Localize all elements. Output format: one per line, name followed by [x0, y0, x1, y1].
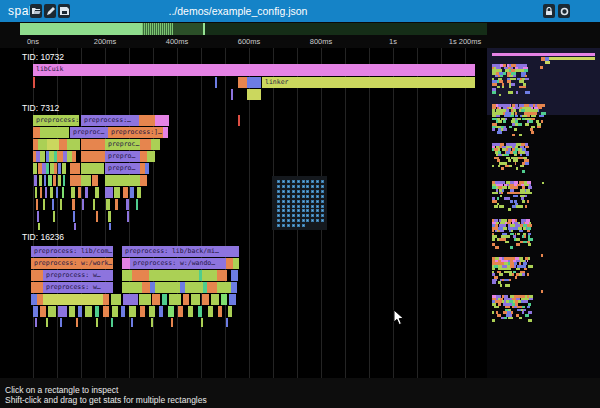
flame-rect[interactable] — [168, 306, 174, 317]
flame-rect[interactable] — [123, 187, 128, 198]
timeline-ruler[interactable]: 0ns200ms400ms600ms800ms1s1s 200ms — [0, 36, 600, 48]
flame-rect[interactable] — [46, 318, 48, 327]
flame-rect[interactable] — [208, 306, 213, 317]
flame-rect[interactable] — [142, 282, 150, 293]
flame-rect[interactable] — [185, 282, 203, 293]
flame-rect[interactable] — [44, 175, 46, 186]
flame-rect[interactable] — [115, 199, 118, 210]
flame-rect[interactable]: preprocess:… — [33, 115, 79, 126]
flame-rect[interactable] — [188, 306, 193, 317]
flame-rect[interactable] — [56, 187, 58, 198]
flame-rect[interactable] — [67, 139, 80, 150]
flame-rect[interactable]: preprocess: lib/back/mi… — [122, 246, 239, 257]
flame-rect[interactable] — [171, 318, 173, 327]
flame-rect[interactable] — [72, 151, 76, 162]
flame-rect[interactable] — [37, 211, 39, 222]
flame-rect[interactable]: prepro… — [105, 151, 140, 162]
flame-rect[interactable]: prepro… — [105, 163, 140, 174]
minimap[interactable] — [487, 48, 600, 378]
flame-rect[interactable] — [231, 270, 238, 281]
lock-button[interactable] — [543, 4, 555, 18]
flame-rect[interactable] — [178, 306, 183, 317]
flame-rect[interactable] — [198, 306, 202, 317]
flame-rect[interactable] — [81, 151, 105, 162]
flame-rect[interactable] — [103, 294, 109, 305]
flame-rect[interactable] — [122, 282, 142, 293]
flame-rect[interactable] — [121, 306, 125, 317]
flame-rect[interactable] — [159, 306, 163, 317]
flame-rect[interactable] — [247, 77, 261, 88]
flame-rect[interactable] — [136, 199, 138, 210]
flame-rect[interactable] — [145, 163, 149, 174]
flame-rect[interactable] — [233, 258, 239, 269]
flame-rect[interactable] — [40, 306, 46, 317]
flame-rect[interactable] — [46, 163, 49, 174]
flame-rect[interactable] — [207, 282, 217, 293]
flame-rect[interactable] — [151, 318, 153, 327]
flame-rect[interactable] — [129, 306, 136, 317]
flame-rect[interactable] — [40, 127, 69, 138]
flame-rect[interactable] — [96, 318, 98, 327]
flame-rect[interactable] — [127, 211, 129, 222]
flame-rect[interactable] — [45, 187, 47, 198]
flame-rect[interactable] — [95, 187, 99, 198]
flame-rect[interactable] — [155, 282, 180, 293]
flame-rect[interactable] — [132, 270, 149, 281]
flame-rect[interactable] — [183, 294, 189, 305]
flame-rect[interactable]: preprocess: w… — [43, 270, 113, 281]
flame-rect[interactable] — [137, 187, 141, 198]
flame-rect[interactable] — [72, 199, 75, 210]
flame-rect[interactable] — [60, 199, 62, 210]
flame-rect[interactable] — [130, 187, 134, 198]
flame-rect[interactable] — [152, 294, 160, 305]
flame-rect[interactable] — [231, 282, 237, 293]
flame-rect[interactable] — [63, 175, 65, 186]
flame-rect[interactable] — [228, 306, 232, 317]
flame-rect[interactable] — [58, 306, 67, 317]
flame-rect[interactable] — [62, 163, 66, 174]
flame-rect[interactable] — [202, 270, 217, 281]
flame-rect[interactable]: preproc… — [70, 127, 108, 138]
flame-rect[interactable] — [73, 211, 75, 222]
flame-rect[interactable] — [33, 127, 40, 138]
flame-rect[interactable] — [147, 151, 155, 162]
flame-rect[interactable] — [70, 175, 81, 186]
flame-rect[interactable] — [39, 175, 42, 186]
flame-rect[interactable] — [122, 270, 132, 281]
flame-rect[interactable] — [36, 199, 38, 210]
flame-rect[interactable] — [33, 306, 38, 317]
flame-rect[interactable] — [140, 306, 145, 317]
flame-rect[interactable] — [47, 139, 59, 150]
flame-rect[interactable] — [105, 175, 140, 186]
flame-rect[interactable] — [85, 306, 92, 317]
flame-rect[interactable] — [54, 163, 57, 174]
flame-rect[interactable]: preprocess: lib/com… — [31, 246, 113, 257]
flame-rect[interactable] — [211, 294, 219, 305]
flame-rect[interactable] — [59, 139, 67, 150]
flame-rect[interactable] — [93, 199, 95, 210]
flame-rect[interactable] — [92, 175, 98, 186]
flame-rect[interactable] — [85, 187, 88, 198]
flame-rect[interactable] — [149, 270, 199, 281]
flame-rect[interactable] — [105, 187, 113, 198]
flame-rect[interactable] — [33, 163, 37, 174]
flame-rect[interactable] — [140, 175, 147, 186]
flame-rect[interactable] — [111, 294, 121, 305]
flame-rect[interactable] — [151, 139, 160, 150]
flame-rect[interactable] — [95, 306, 99, 317]
flame-rect[interactable]: preprocess: w:/wando… — [130, 258, 226, 269]
flame-rect[interactable] — [40, 151, 45, 162]
flame-rect[interactable] — [31, 270, 43, 281]
flame-rect[interactable] — [218, 306, 222, 317]
flame-rect[interactable] — [238, 115, 240, 126]
flame-rect[interactable] — [82, 199, 84, 210]
flame-rect[interactable] — [62, 187, 64, 198]
flame-rect[interactable] — [229, 294, 236, 305]
flame-rect[interactable]: preproc… — [105, 139, 140, 150]
flame-rect[interactable] — [247, 89, 261, 100]
flame-rect[interactable] — [58, 163, 61, 174]
flame-rect[interactable] — [53, 211, 55, 222]
flame-rect[interactable]: linker — [262, 77, 475, 88]
flame-rect[interactable] — [201, 318, 203, 327]
flame-rect[interactable] — [52, 199, 54, 210]
